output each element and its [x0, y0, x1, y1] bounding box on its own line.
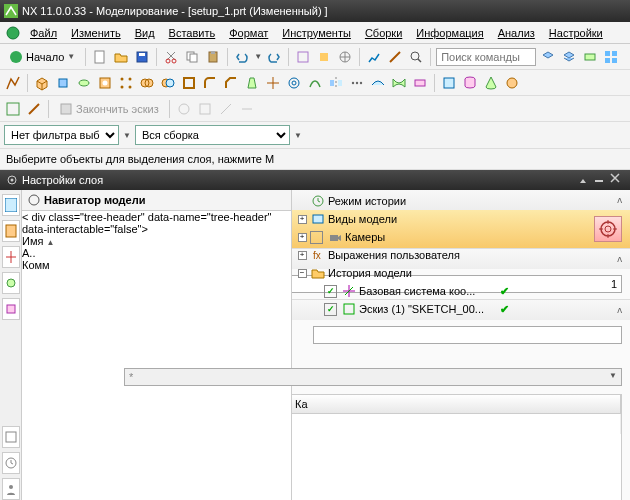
save-icon[interactable] [133, 48, 151, 66]
menu-format[interactable]: Формат [223, 25, 274, 41]
tab-navigator[interactable] [2, 194, 20, 216]
tab-history[interactable] [2, 452, 20, 474]
tool-icon-3[interactable] [336, 48, 354, 66]
category-filter-combo[interactable]: * ▼ [124, 368, 622, 386]
open-icon[interactable] [112, 48, 130, 66]
mirror-icon[interactable] [327, 74, 345, 92]
checkbox[interactable] [310, 231, 323, 244]
cut-icon[interactable] [162, 48, 180, 66]
undo-icon[interactable] [233, 48, 251, 66]
windows-icon[interactable] [602, 48, 620, 66]
menu-info[interactable]: Информация [410, 25, 489, 41]
tool-icon-2[interactable] [315, 48, 333, 66]
zoom-icon[interactable] [407, 48, 425, 66]
tab-hd3d[interactable] [2, 298, 20, 320]
sweep-icon[interactable] [306, 74, 324, 92]
draft-icon[interactable] [243, 74, 261, 92]
prim-cone-icon[interactable] [482, 74, 500, 92]
tab-part[interactable] [2, 220, 20, 242]
layers-icon-2[interactable] [560, 48, 578, 66]
selection-filter-select[interactable]: Нет фильтра выб [4, 125, 119, 145]
tree-datum[interactable]: ✓ Базовая система коо... ✔ [296, 282, 509, 300]
nx-logo-icon[interactable] [4, 24, 22, 42]
finish-sketch-button[interactable]: Закончить эскиз [54, 99, 164, 119]
layers-icon-1[interactable] [539, 48, 557, 66]
sketch-direct-icon[interactable] [25, 100, 43, 118]
menu-file[interactable]: Файл [24, 25, 63, 41]
svg-rect-38 [330, 80, 334, 86]
tab-roles[interactable] [2, 478, 20, 500]
tree-views[interactable]: + Виды модели [296, 210, 509, 228]
unite-icon[interactable] [138, 74, 156, 92]
tool-icon-1[interactable] [294, 48, 312, 66]
col-name[interactable]: Имя ▲ [22, 235, 202, 247]
expand-icon[interactable]: + [298, 251, 307, 260]
measure-icon[interactable] [386, 48, 404, 66]
menu-tools[interactable]: Инструменты [276, 25, 357, 41]
menu-analysis[interactable]: Анализ [492, 25, 541, 41]
prim-box-icon[interactable] [440, 74, 458, 92]
start-dropdown[interactable]: Начало ▼ [4, 47, 80, 67]
svg-rect-55 [6, 432, 16, 442]
tree-sketch[interactable]: ✓ Эскиз (1) "SKETCH_00... ✔ [296, 300, 509, 318]
menu-insert[interactable]: Вставить [163, 25, 222, 41]
tab-constraints[interactable] [2, 246, 20, 268]
more-feat-icon[interactable] [348, 74, 366, 92]
analyze-icon[interactable] [365, 48, 383, 66]
menu-preferences[interactable]: Настройки [543, 25, 609, 41]
tree-cameras[interactable]: + Камеры [296, 228, 509, 246]
menu-view[interactable]: Вид [129, 25, 161, 41]
shell-icon[interactable] [180, 74, 198, 92]
copy-icon[interactable] [183, 48, 201, 66]
tree-user-expr[interactable]: + fx Выражения пользователя [296, 246, 509, 264]
chamfer-icon[interactable] [222, 74, 240, 92]
checkbox-checked[interactable]: ✓ [324, 285, 337, 298]
surface-icon-1[interactable] [369, 74, 387, 92]
expand-icon[interactable]: + [298, 215, 307, 224]
assembly-dropdown-icon[interactable]: ▼ [294, 131, 302, 140]
surface-icon-3[interactable] [411, 74, 429, 92]
revolve-icon[interactable] [75, 74, 93, 92]
svg-point-24 [103, 80, 108, 85]
tree-history-mode[interactable]: Режим истории [296, 192, 509, 210]
menu-edit[interactable]: Изменить [65, 25, 127, 41]
status-check-icon: ✔ [500, 285, 509, 298]
box-icon[interactable] [33, 74, 51, 92]
tree-model-history[interactable]: − История модели [296, 264, 509, 282]
pin-icon[interactable] [578, 173, 592, 187]
offset-icon[interactable] [285, 74, 303, 92]
extrude-icon[interactable] [54, 74, 72, 92]
prim-sphere-icon[interactable] [503, 74, 521, 92]
redo-icon[interactable] [265, 48, 283, 66]
svg-point-40 [352, 81, 354, 83]
pattern-icon[interactable] [117, 74, 135, 92]
col-a[interactable]: А.. [22, 247, 50, 259]
svg-point-53 [7, 279, 15, 287]
filter-dropdown-icon[interactable]: ▼ [123, 131, 131, 140]
sketch-create-icon[interactable] [4, 100, 22, 118]
command-search-input[interactable] [436, 48, 536, 66]
model-tree[interactable]: Режим истории + Виды модели + Камеры + f… [292, 190, 513, 500]
undo-dropdown-icon[interactable]: ▼ [254, 52, 262, 61]
tab-browser[interactable] [2, 426, 20, 448]
sketch-icon[interactable] [4, 74, 22, 92]
surface-icon-2[interactable] [390, 74, 408, 92]
sk-icon-1 [175, 100, 193, 118]
checkbox-checked[interactable]: ✓ [324, 303, 337, 316]
paste-icon[interactable] [204, 48, 222, 66]
subtract-icon[interactable] [159, 74, 177, 92]
new-icon[interactable] [91, 48, 109, 66]
menu-assemblies[interactable]: Сборки [359, 25, 408, 41]
trim-icon[interactable] [264, 74, 282, 92]
tab-reuse[interactable] [2, 272, 20, 294]
minimize-icon[interactable] [594, 173, 608, 187]
layers-icon-3[interactable] [581, 48, 599, 66]
assembly-filter-select[interactable]: Вся сборка [135, 125, 290, 145]
prim-cyl-icon[interactable] [461, 74, 479, 92]
hole-icon[interactable] [96, 74, 114, 92]
collapse-icon[interactable]: − [298, 269, 307, 278]
svg-point-15 [411, 52, 419, 60]
expand-icon[interactable]: + [298, 233, 307, 242]
fillet-icon[interactable] [201, 74, 219, 92]
close-icon[interactable] [610, 173, 624, 187]
